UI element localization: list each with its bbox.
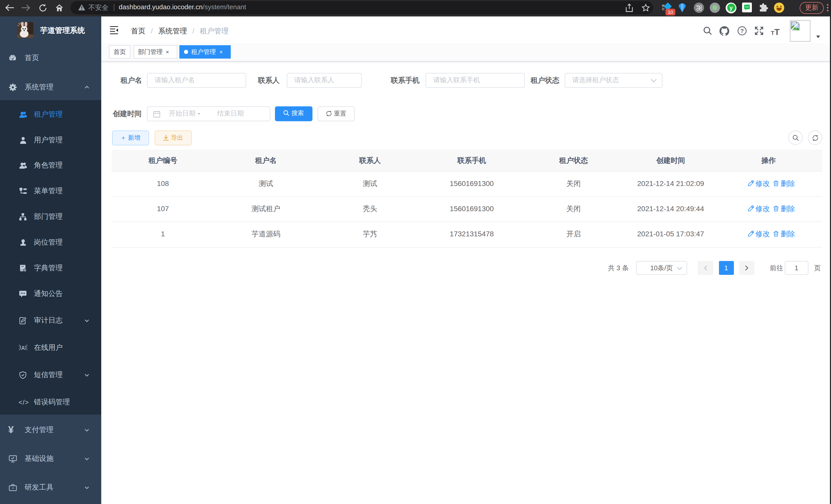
svg-text:?: ? (740, 28, 743, 34)
